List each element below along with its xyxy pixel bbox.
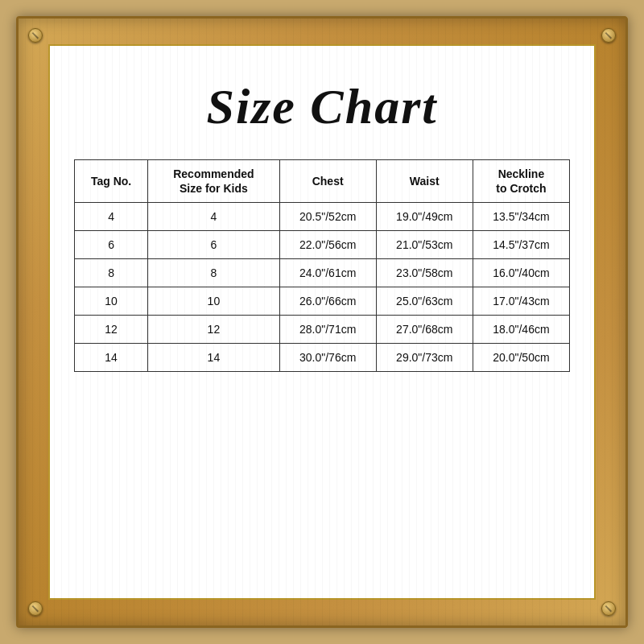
size-chart-table: Tag No. RecommendedSize for Kids Chest W…: [74, 159, 570, 372]
table-row: 6622.0"/56cm21.0"/53cm14.5"/37cm: [75, 231, 570, 259]
rec-size-cell: 8: [148, 259, 279, 287]
tag-cell: 8: [75, 259, 148, 287]
table-row: 101026.0"/66cm25.0"/63cm17.0"/43cm: [75, 287, 570, 316]
table-row: 4420.5"/52cm19.0"/49cm13.5"/34cm: [75, 203, 570, 231]
waist-cell: 23.0"/58cm: [376, 259, 473, 287]
rec-size-cell: 14: [148, 344, 279, 372]
waist-cell: 29.0"/73cm: [376, 344, 473, 372]
table-row: 8824.0"/61cm23.0"/58cm16.0"/40cm: [75, 259, 570, 287]
col-header-tag: Tag No.: [75, 160, 148, 203]
neckline-cell: 16.0"/40cm: [473, 259, 569, 287]
neckline-cell: 17.0"/43cm: [473, 287, 569, 316]
page-title: Size Chart: [206, 78, 437, 135]
content-area: Size Chart Tag No. RecommendedSize for K…: [48, 44, 596, 600]
rec-size-cell: 10: [148, 287, 279, 316]
rec-size-cell: 6: [148, 231, 279, 259]
chest-cell: 26.0"/66cm: [279, 287, 376, 316]
corner-screw-bl: [28, 601, 43, 616]
col-header-neckline: Necklineto Crotch: [473, 160, 569, 203]
tag-cell: 4: [75, 203, 148, 231]
col-header-waist: Waist: [376, 160, 473, 203]
waist-cell: 21.0"/53cm: [376, 231, 473, 259]
corner-screw-tl: [28, 28, 43, 43]
rec-size-cell: 12: [148, 316, 279, 344]
waist-cell: 25.0"/63cm: [376, 287, 473, 316]
neckline-cell: 20.0"/50cm: [473, 344, 569, 372]
col-header-rec-size: RecommendedSize for Kids: [148, 160, 279, 203]
waist-cell: 27.0"/68cm: [376, 316, 473, 344]
tag-cell: 6: [75, 231, 148, 259]
rec-size-cell: 4: [148, 203, 279, 231]
chest-cell: 28.0"/71cm: [279, 316, 376, 344]
corner-screw-tr: [601, 28, 616, 43]
col-header-chest: Chest: [279, 160, 376, 203]
wood-frame: Size Chart Tag No. RecommendedSize for K…: [16, 16, 628, 628]
corner-screw-br: [601, 601, 616, 616]
tag-cell: 10: [75, 287, 148, 316]
chest-cell: 30.0"/76cm: [279, 344, 376, 372]
chest-cell: 24.0"/61cm: [279, 259, 376, 287]
waist-cell: 19.0"/49cm: [376, 203, 473, 231]
neckline-cell: 14.5"/37cm: [473, 231, 569, 259]
tag-cell: 14: [75, 344, 148, 372]
table-header-row: Tag No. RecommendedSize for Kids Chest W…: [75, 160, 570, 203]
neckline-cell: 13.5"/34cm: [473, 203, 569, 231]
table-row: 121228.0"/71cm27.0"/68cm18.0"/46cm: [75, 316, 570, 344]
chest-cell: 22.0"/56cm: [279, 231, 376, 259]
table-row: 141430.0"/76cm29.0"/73cm20.0"/50cm: [75, 344, 570, 372]
neckline-cell: 18.0"/46cm: [473, 316, 569, 344]
tag-cell: 12: [75, 316, 148, 344]
chest-cell: 20.5"/52cm: [279, 203, 376, 231]
